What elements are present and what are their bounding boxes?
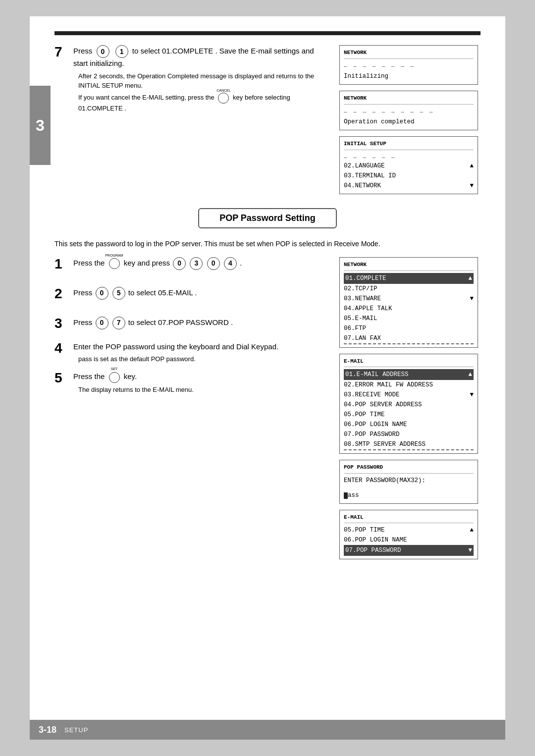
lcd-pop-title: POP PASSWORD	[344, 463, 474, 474]
set-key	[109, 372, 120, 383]
key-0-s1: 0	[173, 257, 186, 270]
lcd-network-item-complete: 01.COMPLETE	[344, 273, 474, 284]
lcd-email-final-title: E-MAIL	[344, 513, 474, 524]
lcd-email-item-error: 02.ERROR MAIL FW ADDRESS	[344, 380, 474, 390]
page-label: SETUP	[64, 726, 88, 734]
key-0-s3: 0	[96, 317, 108, 329]
lcd-network-item-apple: 04.APPLE TALK	[344, 304, 474, 314]
lcd3-item-0: 02.LANGUAGE	[344, 161, 474, 171]
pop-step-2: 2 Press 0 5 to select 05.E-MAIL .	[54, 287, 329, 302]
pop-section-heading-wrap: POP Password Setting	[54, 199, 481, 233]
key-4-s1: 4	[224, 257, 237, 270]
lcd-email-menu: E-MAIL 01.E-MAIL ADDRESS 02.ERROR MAIL F…	[339, 354, 478, 454]
lcd3-dashes: _ _ _ _ _ _	[344, 152, 474, 161]
lcd-final-time-arrow	[470, 525, 474, 535]
lcd1-dashes: _ _ _ _ _ _ _ _	[344, 61, 474, 70]
key-0-wrap: 0	[96, 45, 110, 58]
pop-step3-content: Press 0 7 to select 07.POP PASSWORD .	[73, 317, 329, 331]
set-key-wrap: SET	[108, 371, 121, 382]
step7-main-text: Press 0 1 to select 01.COMPLETE . Save t…	[73, 45, 329, 69]
lcd1-title: NETWORK	[344, 49, 474, 59]
pop-step4-num: 4	[54, 341, 68, 355]
pop-step5-press-the: Press the	[73, 372, 107, 380]
lcd-email-item-receive: 03.RECEIVE MODE	[344, 390, 474, 400]
lcd-network-item-lanfax: 07.LAN FAX	[344, 333, 474, 344]
page-number: 3-18	[39, 725, 56, 735]
pop-step1-text: Press the PROGRAM key and press 0 3 0 4 …	[73, 257, 329, 270]
lcd-pop-pass: ass	[344, 490, 474, 500]
step7-right: NETWORK _ _ _ _ _ _ _ _ Initializing NET…	[339, 45, 481, 194]
section-number: 3	[30, 86, 51, 165]
lcd-tcp-text: 02.TCP/IP	[344, 284, 377, 294]
lcd-complete-text: 01.COMPLETE	[344, 273, 467, 284]
pop-step-4: 4 Enter the POP password using the keybo…	[54, 341, 329, 366]
pop-step4-note: pass is set as the default POP password.	[78, 354, 329, 364]
pop-step5-num: 5	[54, 371, 68, 385]
lcd-final-time-text: 05.POP TIME	[344, 525, 385, 535]
key-3-s1: 3	[190, 257, 203, 270]
lcd-network-title: NETWORK	[344, 261, 474, 271]
pop-step2-text: Press 0 5 to select 05.E-MAIL .	[73, 287, 329, 300]
step7-note2: If you want cancel the E-MAIL setting, p…	[78, 93, 329, 113]
pop-step5-text: Press the SET key.	[73, 371, 329, 383]
lcd3-item0-text: 02.LANGUAGE	[344, 161, 385, 171]
lcd-network-menu: NETWORK 01.COMPLETE 02.TCP/IP 03.NETWARE…	[339, 257, 478, 348]
pop-step3-press: Press	[73, 318, 95, 326]
lcd-email-item-smtp: 08.SMTP SERVER ADDRESS	[344, 439, 474, 450]
cancel-key	[218, 93, 229, 104]
pop-intro: This sets the password to log in the POP…	[54, 238, 481, 249]
lcd-email-final-item-time: 05.POP TIME	[344, 525, 474, 535]
lcd-pop-enter: ENTER PASSWORD(MAX32):	[344, 476, 474, 486]
lcd-network-item-ftp: 06.FTP	[344, 324, 474, 333]
program-label: PROGRAM	[105, 253, 123, 259]
bottom-bar: 3-18 SETUP	[30, 720, 505, 740]
lcd-network-item-netware: 03.NETWARE	[344, 294, 474, 304]
pop-step2-press: Press	[73, 288, 95, 297]
key-5-s2: 5	[112, 287, 125, 300]
step7-press-label: Press	[73, 47, 92, 55]
pop-main-layout: 1 Press the PROGRAM key and press 0 3 0 …	[54, 257, 481, 559]
pop-step5-key-text: key.	[124, 372, 137, 380]
lcd-receive-arrow	[470, 390, 474, 400]
lcd-final-pass-text: 07.POP PASSWORD	[344, 545, 467, 556]
lcd-network-item-email: 05.E-MAIL	[344, 314, 474, 324]
set-label: SET	[111, 367, 118, 372]
pop-step1-press-the: Press the	[73, 259, 107, 267]
lcd2-dashes: _ _ _ _ _ _ _ _ _ _	[344, 107, 474, 115]
pop-right-col: NETWORK 01.COMPLETE 02.TCP/IP 03.NETWARE…	[339, 257, 481, 559]
lcd-email-item-pop-pass: 07.POP PASSWORD	[344, 430, 474, 439]
key-0b-s1: 0	[207, 257, 220, 270]
step7-note1: After 2 seconds, the Operation Completed…	[78, 71, 329, 91]
lcd3-item2-arrow	[470, 181, 474, 191]
pop-step2-num: 2	[54, 287, 68, 301]
step-7: 7 Press 0 1 to select 01.COMPLETE . Save…	[54, 45, 329, 115]
key-7-s3: 7	[112, 317, 125, 329]
lcd-addr-text: 01.E-MAIL ADDRESS	[344, 369, 467, 380]
pop-step3-num: 3	[54, 317, 68, 330]
lcd-receive-text: 03.RECEIVE MODE	[344, 390, 400, 400]
lcd-initializing: NETWORK _ _ _ _ _ _ _ _ Initializing	[339, 45, 478, 85]
pop-step1-dot: .	[240, 259, 242, 267]
lcd3-item-2: 04.NETWORK	[344, 181, 474, 191]
step7-area: 7 Press 0 1 to select 01.COMPLETE . Save…	[54, 45, 481, 194]
cancel-label: CANCEL	[216, 88, 230, 94]
pop-step3-after: to select 07.POP PASSWORD .	[128, 318, 233, 326]
lcd3-title: INITIAL SETUP	[344, 140, 474, 150]
lcd-email-final-item-pass: 07.POP PASSWORD	[344, 545, 474, 556]
step7-left: 7 Press 0 1 to select 01.COMPLETE . Save…	[54, 45, 329, 194]
pop-step2-content: Press 0 5 to select 05.E-MAIL .	[73, 287, 329, 302]
program-key-wrap: PROGRAM	[108, 258, 121, 269]
pop-step4-content: Enter the POP password using the keyboar…	[73, 341, 329, 366]
lcd-email-item-pop-time: 05.POP TIME	[344, 410, 474, 420]
lcd1-line2: Initializing	[344, 71, 474, 81]
pop-section-heading: POP Password Setting	[198, 208, 337, 228]
key-0-s2: 0	[96, 287, 108, 300]
lcd-email-final: E-MAIL 05.POP TIME 06.POP LOGIN NAME 07.…	[339, 510, 478, 560]
pop-step3-text: Press 0 7 to select 07.POP PASSWORD .	[73, 317, 329, 329]
pop-step2-after: to select 05.E-MAIL .	[128, 288, 197, 297]
step7-note2-text: If you want cancel the E-MAIL setting, p…	[78, 94, 214, 101]
pop-step-3: 3 Press 0 7 to select 07.POP PASSWORD .	[54, 317, 329, 331]
pop-step5-content: Press the SET key. The display returns t…	[73, 371, 329, 396]
step7-num: 7	[54, 45, 68, 59]
lcd-netware-text: 03.NETWARE	[344, 294, 381, 304]
